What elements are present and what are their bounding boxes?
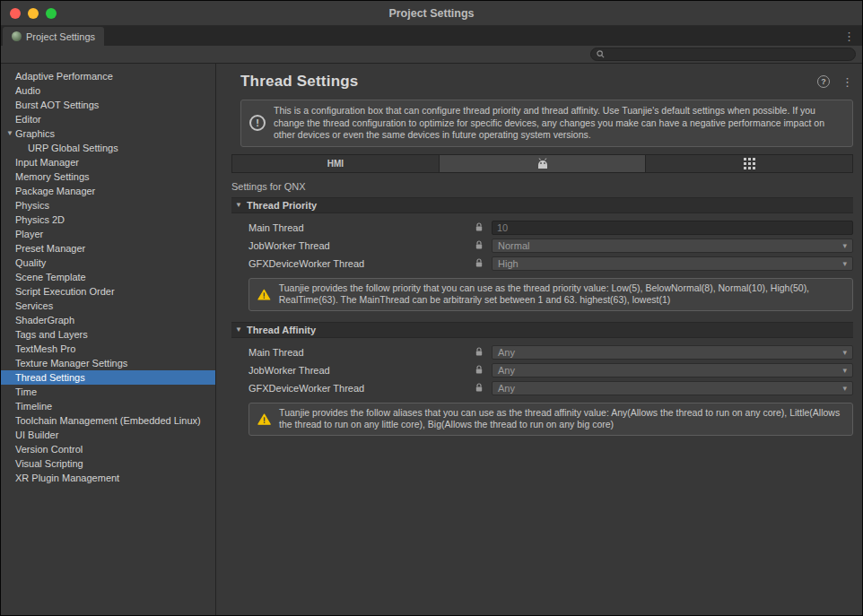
setting-row-gfxdeviceworker-priority: GFXDeviceWorker Thread High ▾	[231, 256, 853, 271]
sidebar-item-shadergraph[interactable]: ShaderGraph	[1, 313, 215, 327]
section-header-thread-affinity[interactable]: ▼ Thread Affinity	[231, 322, 853, 338]
sidebar-item-script-execution-order[interactable]: Script Execution Order	[1, 284, 215, 299]
jobworker-affinity-dropdown[interactable]: Any ▾	[492, 363, 853, 377]
main-thread-priority-input[interactable]	[492, 221, 853, 235]
info-icon: !	[249, 115, 266, 131]
sidebar-item-services[interactable]: Services	[1, 299, 215, 313]
window-title: Project Settings	[1, 7, 862, 20]
section-header-thread-priority[interactable]: ▼ Thread Priority	[231, 197, 853, 213]
zoom-button[interactable]	[46, 8, 57, 19]
sidebar-item-timeline[interactable]: Timeline	[1, 399, 215, 413]
priority-warning-box: Tuanjie provides the follow priority tha…	[248, 278, 853, 311]
dot-grid-platform-icon	[744, 158, 755, 169]
dropdown-value: Any	[498, 383, 515, 394]
foldout-open-icon[interactable]: ▼	[235, 325, 242, 334]
sidebar-item-texture-manager-settings[interactable]: Texture Manager Settings	[1, 356, 215, 370]
tab-strip: Project Settings ⋮	[1, 26, 862, 46]
thread-settings-panel: Thread Settings ? ⋮ ! This is a configur…	[216, 64, 862, 615]
sidebar-item-version-control[interactable]: Version Control	[1, 442, 215, 456]
sidebar-item-audio[interactable]: Audio	[1, 83, 215, 98]
dropdown-value: Any	[498, 347, 515, 358]
sidebar-item-tags-and-layers[interactable]: Tags and Layers	[1, 327, 215, 342]
lock-icon[interactable]	[475, 222, 485, 232]
setting-row-gfxdeviceworker-affinity: GFXDeviceWorker Thread Any ▾	[231, 381, 853, 395]
kebab-menu-icon[interactable]: ⋮	[841, 76, 853, 88]
sidebar-item-player[interactable]: Player	[1, 227, 215, 241]
setting-row-main-thread-priority: Main Thread	[231, 221, 853, 235]
minimize-button[interactable]	[28, 8, 39, 19]
gfxdeviceworker-affinity-dropdown[interactable]: Any ▾	[492, 381, 853, 395]
foldout-open-icon[interactable]: ▼	[235, 201, 242, 209]
titlebar: Project Settings	[1, 1, 862, 26]
dropdown-value: Any	[498, 365, 515, 376]
project-settings-window: Project Settings Project Settings ⋮ Adap…	[0, 0, 863, 616]
platform-tab-dot-grid[interactable]	[646, 155, 852, 172]
sidebar-item-memory-settings[interactable]: Memory Settings	[1, 169, 215, 184]
dropdown-value: High	[498, 258, 519, 269]
content: Adaptive Performance Audio Burst AOT Set…	[1, 64, 862, 615]
sidebar-item-physics[interactable]: Physics	[1, 198, 215, 213]
sidebar-item-burst-aot-settings[interactable]: Burst AOT Settings	[1, 98, 215, 112]
sidebar-item-visual-scripting[interactable]: Visual Scripting	[1, 456, 215, 471]
sidebar-item-scene-template[interactable]: Scene Template	[1, 270, 215, 284]
section-title: Thread Priority	[247, 200, 317, 211]
row-label: JobWorker Thread	[248, 240, 475, 251]
row-label: Main Thread	[248, 347, 475, 358]
help-icon[interactable]: ?	[817, 75, 830, 88]
row-label: GFXDeviceWorker Thread	[248, 258, 475, 269]
jobworker-priority-dropdown[interactable]: Normal ▾	[492, 239, 853, 253]
warning-icon	[257, 285, 271, 304]
sidebar-item-adaptive-performance[interactable]: Adaptive Performance	[1, 69, 215, 83]
chevron-down-icon: ▾	[842, 241, 847, 250]
foldout-open-icon[interactable]: ▼	[4, 126, 15, 141]
project-settings-icon	[12, 31, 22, 41]
search-input[interactable]	[608, 48, 850, 60]
sidebar-item-input-manager[interactable]: Input Manager	[1, 155, 215, 169]
sidebar-item-xr-plugin-management[interactable]: XR Plugin Management	[1, 471, 215, 485]
close-button[interactable]	[10, 8, 21, 19]
sidebar-item-physics-2d[interactable]: Physics 2D	[1, 213, 215, 227]
sidebar-item-thread-settings[interactable]: Thread Settings	[1, 370, 215, 385]
sidebar-item-editor[interactable]: Editor	[1, 112, 215, 126]
setting-row-jobworker-priority: JobWorker Thread Normal ▾	[231, 239, 853, 253]
sidebar-item-ui-builder[interactable]: UI Builder	[1, 428, 215, 442]
sidebar-item-urp-global-settings[interactable]: URP Global Settings	[1, 141, 215, 155]
lock-icon[interactable]	[475, 240, 485, 250]
sidebar-item-label: Graphics	[15, 126, 55, 141]
sidebar-item-quality[interactable]: Quality	[1, 256, 215, 270]
sidebar-item-textmesh-pro[interactable]: TextMesh Pro	[1, 342, 215, 356]
sidebar-item-preset-manager[interactable]: Preset Manager	[1, 241, 215, 256]
gfxdeviceworker-priority-dropdown[interactable]: High ▾	[492, 256, 853, 271]
info-box: ! This is a configuration box that can c…	[240, 100, 853, 147]
info-text: This is a configuration box that can con…	[274, 105, 844, 142]
qnx-platform-icon	[536, 158, 549, 169]
search-box[interactable]	[590, 48, 856, 61]
sidebar-item-time[interactable]: Time	[1, 385, 215, 399]
settings-sidebar: Adaptive Performance Audio Burst AOT Set…	[1, 64, 216, 615]
chevron-down-icon: ▾	[842, 366, 847, 375]
sidebar-item-toolchain-management[interactable]: Toolchain Management (Embedded Linux)	[1, 413, 215, 428]
platform-tab-qnx[interactable]	[440, 155, 647, 172]
sidebar-item-graphics[interactable]: ▼ Graphics	[1, 126, 215, 141]
lock-icon[interactable]	[475, 365, 485, 375]
settings-for-label: Settings for QNX	[231, 181, 853, 192]
platform-tab-hmi-label: HMI	[327, 159, 344, 169]
platform-tabbar: HMI	[231, 154, 853, 173]
traffic-lights	[10, 1, 57, 25]
thread-affinity-rows: Main Thread Any ▾ JobWorker Thread	[231, 345, 853, 395]
dropdown-value: Normal	[498, 240, 529, 251]
lock-icon[interactable]	[475, 347, 485, 357]
page-title: Thread Settings	[240, 73, 358, 91]
lock-icon[interactable]	[475, 383, 485, 393]
row-label: Main Thread	[248, 222, 475, 233]
tab-project-settings[interactable]: Project Settings	[3, 27, 104, 46]
tab-strip-kebab-menu-icon[interactable]: ⋮	[843, 30, 855, 42]
tab-label: Project Settings	[26, 31, 95, 42]
lock-icon[interactable]	[475, 258, 485, 268]
affinity-warning-box: Tuanjie provides the follow aliases that…	[248, 403, 853, 436]
warning-text: Tuanjie provides the follow aliases that…	[279, 407, 844, 431]
sidebar-item-package-manager[interactable]: Package Manager	[1, 184, 215, 198]
main-thread-affinity-dropdown[interactable]: Any ▾	[492, 345, 853, 360]
platform-tab-hmi[interactable]: HMI	[232, 155, 440, 172]
warning-text: Tuanjie provides the follow priority tha…	[279, 282, 844, 307]
